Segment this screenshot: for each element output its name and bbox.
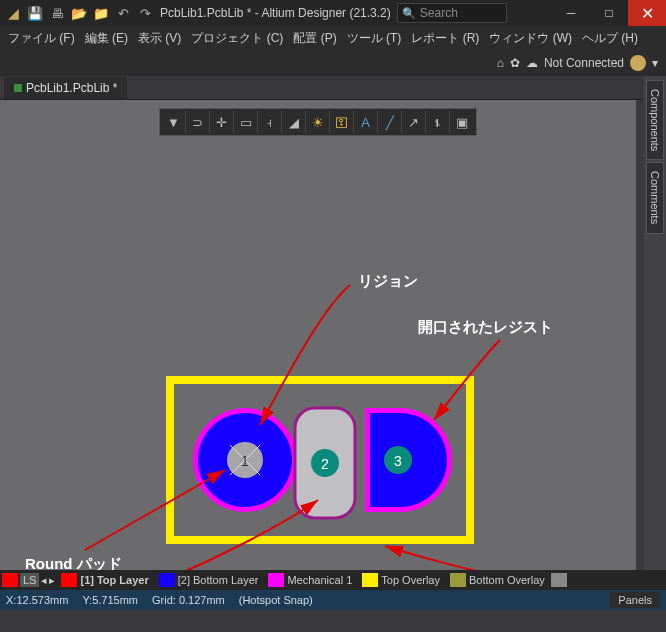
window-title: PcbLib1.PcbLib * - Altium Designer (21.3… bbox=[160, 6, 391, 20]
titlebar: ◢ 💾 🖶 📂 📁 ↶ ↷ PcbLib1.PcbLib * - Altium … bbox=[0, 0, 666, 26]
canvas-svg: 1 2 3 bbox=[0, 150, 636, 570]
side-panel: Components Comments bbox=[644, 76, 666, 570]
open-icon[interactable]: 📂 bbox=[70, 4, 88, 22]
layer-mech[interactable]: Mechanical 1 bbox=[264, 573, 356, 587]
display-icon[interactable]: ▣ bbox=[450, 111, 474, 133]
window-controls: ─ □ ✕ bbox=[552, 0, 666, 26]
label-round-pad: Round パッド bbox=[25, 555, 122, 570]
undo-icon[interactable]: ↶ bbox=[114, 4, 132, 22]
pad3-label: 3 bbox=[394, 453, 402, 469]
pad1-label: 1 bbox=[241, 453, 249, 469]
layer-bar: LS ◂ ▸ [1] Top Layer [2] Bottom Layer Me… bbox=[0, 570, 666, 590]
work-area: ▼ ⊃ ✛ ▭ ⫞ ◢ ☀ ⚿ A ╱ ↗ ⫮ ▣ 1 bbox=[0, 100, 636, 570]
menu-report[interactable]: レポート (R) bbox=[411, 30, 479, 47]
search-placeholder: Search bbox=[420, 6, 458, 20]
layer-bottom-overlay[interactable]: Bottom Overlay bbox=[446, 573, 549, 587]
label-solder-open: 開口されたレジスト bbox=[418, 318, 553, 337]
close-button[interactable]: ✕ bbox=[628, 0, 666, 26]
magnet-icon[interactable]: ⊃ bbox=[186, 111, 210, 133]
user-avatar[interactable] bbox=[630, 55, 646, 71]
gear-icon[interactable]: ✿ bbox=[510, 56, 520, 70]
connection-status: Not Connected bbox=[544, 56, 624, 70]
arrow-silk bbox=[385, 546, 495, 570]
menu-view[interactable]: 表示 (V) bbox=[138, 30, 181, 47]
minimize-button[interactable]: ─ bbox=[552, 0, 590, 26]
tab-pcblib1[interactable]: PcbLib1.PcbLib * bbox=[4, 77, 127, 99]
panels-button[interactable]: Panels bbox=[610, 592, 660, 608]
tab-comments[interactable]: Comments bbox=[646, 162, 664, 233]
view-toolbar: ▼ ⊃ ✛ ▭ ⫞ ◢ ☀ ⚿ A ╱ ↗ ⫮ ▣ bbox=[159, 108, 477, 136]
coord-y: Y:5.715mm bbox=[82, 594, 138, 606]
pad2-label: 2 bbox=[321, 456, 329, 472]
tab-components[interactable]: Components bbox=[646, 80, 664, 160]
app-logo: ◢ bbox=[4, 4, 22, 22]
cloud-icon[interactable]: ☁ bbox=[526, 56, 538, 70]
maximize-button[interactable]: □ bbox=[590, 0, 628, 26]
key-icon[interactable]: ⚿ bbox=[330, 111, 354, 133]
layer-sw-ls[interactable] bbox=[2, 573, 18, 587]
tab-doc-icon bbox=[14, 84, 22, 92]
sun-icon[interactable]: ☀ bbox=[306, 111, 330, 133]
select-rect-icon[interactable]: ▭ bbox=[234, 111, 258, 133]
menu-help[interactable]: ヘルプ (H) bbox=[582, 30, 638, 47]
coord-snap: (Hotspot Snap) bbox=[239, 594, 313, 606]
label-region: リジョン bbox=[358, 272, 418, 291]
menu-window[interactable]: ウィンドウ (W) bbox=[489, 30, 572, 47]
chart-icon[interactable]: ⫮ bbox=[426, 111, 450, 133]
save-icon[interactable]: 💾 bbox=[26, 4, 44, 22]
layer-top[interactable]: [1] Top Layer bbox=[57, 573, 152, 587]
layer-bottom[interactable]: [2] Bottom Layer bbox=[155, 573, 263, 587]
layer-top-overlay[interactable]: Top Overlay bbox=[358, 573, 444, 587]
folder-icon[interactable]: 📁 bbox=[92, 4, 110, 22]
document-tabbar: PcbLib1.PcbLib * bbox=[0, 76, 666, 100]
layer-sw-extra[interactable] bbox=[551, 573, 567, 587]
home-icon[interactable]: ⌂ bbox=[497, 56, 504, 70]
crosshair-icon[interactable]: ✛ bbox=[210, 111, 234, 133]
menu-project[interactable]: プロジェクト (C) bbox=[191, 30, 283, 47]
layer-icon[interactable]: ◢ bbox=[282, 111, 306, 133]
chevron-down-icon[interactable]: ▾ bbox=[652, 56, 658, 70]
text-icon[interactable]: A bbox=[354, 111, 378, 133]
menu-file[interactable]: ファイル (F) bbox=[8, 30, 75, 47]
pcb-canvas[interactable]: 1 2 3 リジョン 開口されたレジスト Round パッド Rounded R… bbox=[0, 150, 636, 570]
align-icon[interactable]: ⫞ bbox=[258, 111, 282, 133]
search-icon: 🔍 bbox=[402, 7, 416, 20]
arrow-region bbox=[260, 285, 350, 425]
arrow-roundedrect bbox=[135, 500, 318, 570]
menu-tool[interactable]: ツール (T) bbox=[347, 30, 402, 47]
menubar: ファイル (F) 編集 (E) 表示 (V) プロジェクト (C) 配置 (P)… bbox=[0, 26, 666, 50]
layer-prev[interactable]: ◂ bbox=[41, 574, 47, 587]
coord-grid: Grid: 0.127mm bbox=[152, 594, 225, 606]
menu-edit[interactable]: 編集 (E) bbox=[85, 30, 128, 47]
layer-ls[interactable]: LS bbox=[20, 573, 39, 587]
redo-icon[interactable]: ↷ bbox=[136, 4, 154, 22]
coord-x: X:12.573mm bbox=[6, 594, 68, 606]
filter-icon[interactable]: ▼ bbox=[162, 111, 186, 133]
quick-access-toolbar: 💾 🖶 📂 📁 ↶ ↷ bbox=[26, 4, 154, 22]
layer-next[interactable]: ▸ bbox=[49, 574, 55, 587]
print-icon[interactable]: 🖶 bbox=[48, 4, 66, 22]
measure-icon[interactable]: ↗ bbox=[402, 111, 426, 133]
action-bar: ⌂ ✿ ☁ Not Connected ▾ bbox=[0, 50, 666, 76]
tab-label: PcbLib1.PcbLib * bbox=[26, 81, 117, 95]
line-icon[interactable]: ╱ bbox=[378, 111, 402, 133]
coord-bar: X:12.573mm Y:5.715mm Grid: 0.127mm (Hots… bbox=[0, 590, 666, 610]
search-input[interactable]: 🔍 Search bbox=[397, 3, 507, 23]
menu-place[interactable]: 配置 (P) bbox=[293, 30, 336, 47]
